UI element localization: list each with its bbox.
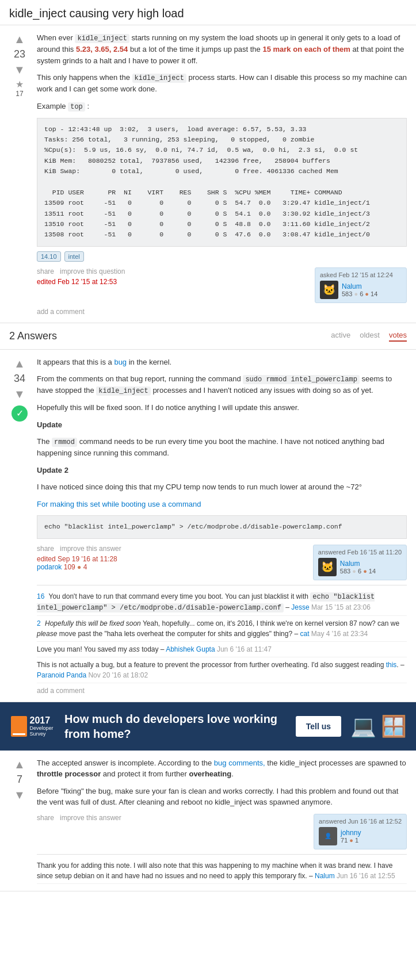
user-info: 🐱 Nalum 583 ● 6 ● 14: [320, 281, 402, 299]
answer1-share[interactable]: share: [37, 545, 54, 553]
downvote-button[interactable]: ▼: [13, 63, 26, 76]
question-section: ▲ 23 ▼ ★ 17 When ever kidle_inject start…: [0, 25, 416, 323]
star-count: 17: [16, 90, 23, 98]
comment-2: 2 Hopefully this will be fixed soon Yeah…: [37, 616, 407, 642]
editor-link[interactable]: podarok: [37, 563, 62, 571]
comment1-user[interactable]: Jesse: [291, 603, 309, 611]
add-comment-question[interactable]: add a comment: [37, 308, 407, 316]
answer2-user-info: 👤 johnny 71 ● 1: [319, 827, 402, 845]
developer-survey-banner: 2017 Developer Survey How much do develo…: [0, 702, 416, 751]
edit-info: edited Feb 12 '15 at 12:53: [37, 278, 125, 286]
answer2-actions: share improve this answer: [37, 814, 121, 822]
comment3-user[interactable]: Abhishek Gupta: [166, 645, 215, 653]
banner-survey-line2: Survey: [29, 732, 53, 737]
answer1-downvote[interactable]: ▼: [13, 387, 26, 401]
answer2-actions-left: share improve this answer: [37, 814, 121, 822]
answer2-comment-user[interactable]: Nalum: [315, 872, 335, 880]
user-rep: 583 ● 6 ● 14: [342, 290, 377, 297]
vote-count: 23: [14, 48, 25, 60]
highlight-15mark: 15 mark on each of them: [262, 45, 350, 53]
answer1-vote-col: ▲ 34 ▼ ✓: [9, 357, 30, 695]
answer2-para2: Before "fixing" the bug, make sure your …: [37, 786, 407, 808]
question-tags: 14.10 intel: [37, 251, 407, 262]
question-para1: When ever kidle_inject starts running on…: [37, 32, 407, 66]
sort-oldest[interactable]: oldest: [360, 331, 380, 342]
answer1-body: It appears that this is a bug in the ker…: [37, 357, 407, 695]
question-code-block: top - 12:43:48 up 3:02, 3 users, load av…: [37, 118, 407, 247]
answer1-update2-body: I have noticed since doing this that my …: [37, 481, 407, 493]
highlight-values: 5.23, 3.65, 2.54: [76, 45, 128, 53]
answer2-upvote[interactable]: ▲: [13, 757, 26, 771]
answer1-para2: From the comments on that bug report, ru…: [37, 373, 407, 396]
user-card-answer2: answered Jun 16 '16 at 12:52 👤 johnny 71…: [314, 814, 407, 849]
answer2-para1: The accepted answer is incomplete. Accor…: [37, 757, 407, 780]
answer2-vote-col: ▲ 7 ▼: [9, 757, 30, 884]
answer2-body: The accepted answer is incomplete. Accor…: [37, 757, 407, 884]
answers-count: 2 Answers: [9, 330, 57, 342]
user-card-question: asked Feb 12 '15 at 12:24 🐱 Nalum 583 ● …: [315, 267, 407, 303]
bold-throttle: throttle processor: [37, 770, 101, 778]
question-footer: share improve this question edited Feb 1…: [37, 267, 407, 303]
answer2-user-rep: 71 ● 1: [341, 837, 361, 844]
bug-link1[interactable]: bug: [114, 358, 127, 366]
answer1-blue-para: For making this set while booting use a …: [37, 499, 407, 510]
answer1-user-info: 🐱 Nalum 583 ● 6 ● 14: [318, 558, 402, 576]
answer2-share[interactable]: share: [37, 814, 54, 822]
question-example-label: Example top :: [37, 101, 407, 112]
username-link[interactable]: Nalum: [342, 282, 362, 290]
bold-overheat: overheating: [189, 770, 231, 778]
comment2-user[interactable]: cat: [300, 630, 309, 638]
answer1-actions-left: share improve this answer edited Sep 19 …: [37, 545, 121, 571]
question-actions: share improve this question: [37, 267, 125, 275]
upvote-button[interactable]: ▲: [13, 32, 26, 46]
add-comment-answer1[interactable]: add a comment: [37, 687, 407, 695]
comment-3: Love you man! You saved my ass today – A…: [37, 642, 407, 657]
comment4-user[interactable]: Paranoid Panda: [37, 671, 86, 679]
banner-text: How much do developers love working from…: [64, 711, 287, 741]
question-para2: This only happens when the kidle_inject …: [37, 72, 407, 95]
question-actions-left: share improve this question edited Feb 1…: [37, 267, 125, 286]
accepted-checkmark: ✓: [12, 405, 28, 422]
user-details: Nalum 583 ● 6 ● 14: [342, 282, 377, 297]
answer1-improve[interactable]: improve this answer: [60, 545, 121, 553]
answer1-username[interactable]: Nalum: [340, 560, 360, 568]
sort-tabs: active oldest votes: [331, 331, 407, 342]
answered-label1: answered Feb 16 '15 at 11:20: [318, 549, 402, 556]
tag-intel[interactable]: intel: [64, 251, 84, 262]
answer1-code-block: echo "blacklist intel_powerclamp" > /etc…: [37, 515, 407, 538]
laptop-icon: 💻: [350, 714, 376, 738]
answers-header: 2 Answers active oldest votes: [0, 323, 416, 350]
improve-link[interactable]: improve this question: [60, 267, 125, 275]
code-kidle2: kidle_inject: [132, 74, 186, 83]
sort-votes[interactable]: votes: [389, 331, 407, 342]
answer1-para3: Hopefully this will be fixed soon. If I …: [37, 402, 407, 414]
share-link[interactable]: share: [37, 267, 54, 275]
answer1-vote-count: 34: [14, 373, 25, 385]
code-kidle-ans: kidle_inject: [96, 386, 150, 396]
answer2-vote-count: 7: [17, 774, 22, 786]
answer1-comments: 16 You don't have to run that command ev…: [37, 585, 407, 695]
comment4-link[interactable]: this: [386, 661, 397, 669]
title-text: kidle_inject causing very high load: [9, 7, 184, 20]
answer2-improve[interactable]: improve this answer: [60, 814, 121, 822]
answer1-upvote[interactable]: ▲: [13, 357, 26, 370]
answer1-user-details: Nalum 583 ● 6 ● 14: [340, 560, 376, 575]
answer2-avatar: 👤: [319, 827, 337, 845]
answer2-username[interactable]: johnny: [341, 829, 361, 837]
asked-label: asked Feb 12 '15 at 12:24: [320, 271, 402, 278]
answer2-downvote[interactable]: ▼: [13, 788, 26, 802]
answer2-footer: share improve this answer answered Jun 1…: [37, 814, 407, 849]
code-kidle1: kidle_inject: [75, 34, 129, 43]
banner-button[interactable]: Tell us: [296, 716, 341, 737]
question-body: When ever kidle_inject starts running on…: [37, 32, 407, 316]
tag-14-10[interactable]: 14.10: [37, 251, 61, 262]
banner-year: 2017: [29, 715, 53, 726]
code-top: top: [68, 102, 85, 112]
favorite-button[interactable]: ★: [16, 79, 24, 90]
avatar: 🐱: [320, 281, 338, 299]
bug-link2[interactable]: bug comments,: [214, 759, 265, 767]
sort-active[interactable]: active: [331, 331, 350, 342]
answer1-user-rep: 583 ● 6 ● 14: [340, 568, 376, 575]
answered-label2: answered Jun 16 '16 at 12:52: [319, 818, 402, 825]
answer1-update: Update: [37, 419, 407, 431]
